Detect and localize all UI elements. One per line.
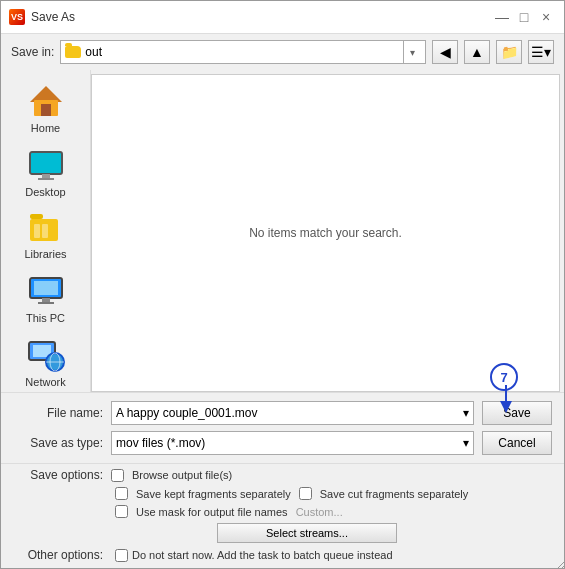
network-icon (27, 340, 65, 372)
title-bar: VS Save As — □ × (1, 1, 564, 34)
dialog-title: Save As (31, 10, 492, 24)
annotation-arrow (498, 385, 528, 413)
sidebar: Home Desktop (1, 70, 91, 392)
sidebar-item-libraries[interactable]: Libraries (6, 208, 86, 266)
sidebar-item-desktop-label: Desktop (25, 186, 65, 198)
svg-rect-9 (42, 224, 48, 238)
sidebar-item-pc-label: This PC (26, 312, 65, 324)
file-name-dropdown-arrow[interactable]: ▾ (463, 406, 469, 420)
file-name-label: File name: (13, 406, 103, 420)
svg-line-22 (561, 565, 565, 569)
new-folder-button[interactable]: 📁 (496, 40, 522, 64)
back-button[interactable]: ◀ (432, 40, 458, 64)
file-name-row: File name: A happy couple_0001.mov ▾ 7 (13, 401, 552, 425)
svg-rect-7 (30, 214, 43, 219)
resize-area (1, 566, 564, 568)
file-name-value: A happy couple_0001.mov (116, 406, 463, 420)
fragments-row: Save kept fragments separately Save cut … (115, 487, 552, 500)
other-options-label: Other options: (13, 548, 103, 562)
save-in-value: out (85, 45, 399, 59)
file-area[interactable]: No items match your search. (91, 74, 560, 392)
sidebar-item-home[interactable]: Home (6, 78, 86, 140)
save-fragments-checkbox[interactable] (115, 487, 128, 500)
browse-output-label: Browse output file(s) (132, 469, 232, 481)
view-button[interactable]: ☰▾ (528, 40, 554, 64)
toolbar-row: Save in: out ▾ ◀ ▲ 📁 ☰▾ (1, 34, 564, 70)
other-options-row: Other options: Do not start now. Add the… (13, 548, 552, 562)
svg-rect-11 (34, 281, 58, 295)
sidebar-item-network-label: Network (25, 376, 65, 388)
home-icon (28, 84, 64, 118)
form-area: File name: A happy couple_0001.mov ▾ 7 (1, 392, 564, 463)
save-in-dropdown-arrow[interactable]: ▾ (403, 40, 421, 64)
app-icon: VS (9, 9, 25, 25)
svg-rect-3 (30, 152, 62, 174)
main-area: Home Desktop (1, 70, 564, 392)
cancel-button[interactable]: Cancel (482, 431, 552, 455)
select-streams-button[interactable]: Select streams... (217, 523, 397, 543)
folder-icon (65, 46, 81, 58)
select-streams-row: Select streams... (115, 523, 552, 543)
pc-icon (28, 276, 64, 308)
svg-rect-2 (41, 104, 51, 116)
save-as-type-value: mov files (*.mov) (116, 436, 463, 450)
close-button[interactable]: × (536, 7, 556, 27)
title-bar-controls: — □ × (492, 7, 556, 27)
sidebar-item-this-pc[interactable]: This PC (6, 270, 86, 330)
libraries-icon (30, 214, 62, 244)
sidebar-item-desktop[interactable]: Desktop (6, 144, 86, 204)
desktop-icon (28, 150, 64, 182)
mask-row: Use mask for output file names Custom... (115, 505, 552, 518)
resize-handle[interactable] (553, 557, 565, 569)
batch-queue-label: Do not start now. Add the task to batch … (132, 549, 393, 561)
checkbox-section: Save options: Browse output file(s) Save… (1, 463, 564, 566)
up-button[interactable]: ▲ (464, 40, 490, 64)
svg-line-21 (557, 561, 565, 569)
sidebar-item-home-label: Home (31, 122, 60, 134)
custom-link[interactable]: Custom... (296, 506, 343, 518)
save-as-type-input[interactable]: mov files (*.mov) ▾ (111, 431, 474, 455)
save-cut-checkbox[interactable] (299, 487, 312, 500)
save-as-type-dropdown-arrow[interactable]: ▾ (463, 436, 469, 450)
svg-rect-4 (42, 174, 50, 178)
svg-rect-12 (42, 298, 50, 302)
file-area-wrapper: No items match your search. (91, 70, 564, 392)
svg-rect-8 (34, 224, 40, 238)
save-cut-label: Save cut fragments separately (320, 488, 469, 500)
sidebar-item-libraries-label: Libraries (24, 248, 66, 260)
save-in-dropdown[interactable]: out ▾ (60, 40, 426, 64)
use-mask-label: Use mask for output file names (136, 506, 288, 518)
minimize-button[interactable]: — (492, 7, 512, 27)
svg-marker-0 (30, 86, 62, 102)
save-as-type-label: Save as type: (13, 436, 103, 450)
svg-rect-13 (38, 302, 54, 304)
save-options-row: Save options: Browse output file(s) (13, 468, 552, 482)
file-name-input[interactable]: A happy couple_0001.mov ▾ (111, 401, 474, 425)
resize-icon (553, 557, 565, 569)
maximize-button[interactable]: □ (514, 7, 534, 27)
save-in-label: Save in: (11, 45, 54, 59)
browse-output-checkbox[interactable] (111, 469, 124, 482)
save-options-label: Save options: (13, 468, 103, 482)
svg-rect-5 (38, 178, 54, 180)
empty-message: No items match your search. (249, 226, 402, 240)
use-mask-checkbox[interactable] (115, 505, 128, 518)
batch-queue-checkbox[interactable] (115, 549, 128, 562)
sidebar-item-network[interactable]: Network (6, 334, 86, 392)
save-as-type-row: Save as type: mov files (*.mov) ▾ Cancel (13, 431, 552, 455)
save-fragments-label: Save kept fragments separately (136, 488, 291, 500)
